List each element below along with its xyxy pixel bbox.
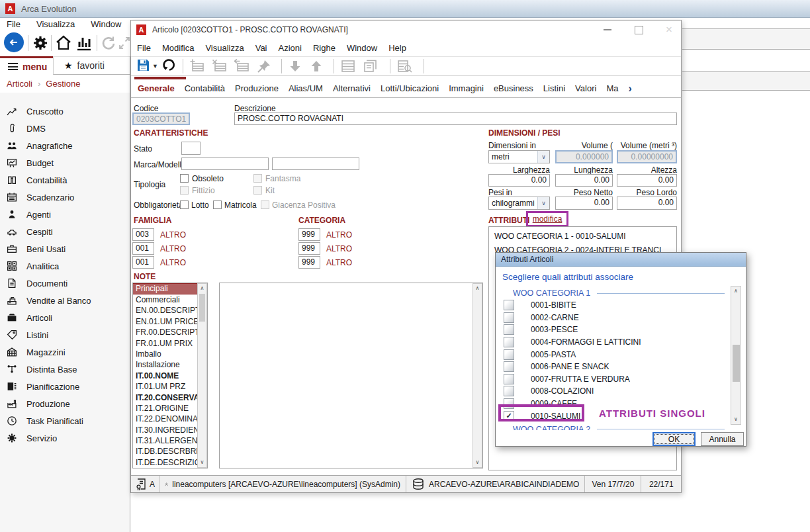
attribute-checkbox[interactable]	[504, 386, 514, 396]
marca-field[interactable]	[181, 157, 269, 170]
scroll-up-icon[interactable]: ∧	[473, 284, 482, 293]
dialog-scrollbar[interactable]: ∧ ∨	[731, 286, 741, 425]
save-button[interactable]	[136, 58, 150, 74]
sidebar-item-servizio[interactable]: Servizio	[0, 429, 130, 447]
sidebar-item-magazzini[interactable]: Magazzini	[0, 343, 130, 361]
sidebar-item-pianificazione[interactable]: Pianificazione	[0, 378, 130, 395]
sidebar-item-distinta-base[interactable]: Distinta Base	[0, 361, 130, 378]
attribute-checkbox[interactable]	[504, 398, 514, 409]
sidebar-item-dms[interactable]: DMS	[0, 120, 130, 137]
tab-alternativi[interactable]: Alternativi	[333, 83, 371, 93]
sidebar-item-documenti[interactable]: Documenti	[0, 275, 130, 292]
save-dropdown[interactable]: ▼	[152, 63, 158, 69]
sidebar-item-contabilita[interactable]: Contabilità	[0, 171, 130, 189]
note-item[interactable]: IT.22.DENOMINAZ	[133, 414, 198, 424]
pesi-unit-select[interactable]: chilogrammi ∨	[488, 197, 550, 210]
scroll-down-icon[interactable]: ∨	[473, 458, 482, 467]
peso-lordo-field[interactable]: 0.00	[617, 197, 677, 210]
menu-righe[interactable]: Righe	[313, 43, 336, 53]
sidebar-item-cruscotto[interactable]: Cruscotto	[0, 103, 130, 120]
famiglia-code-field[interactable]: 001	[132, 256, 154, 269]
scroll-down-icon[interactable]: ∨	[731, 415, 741, 424]
sidebar-item-agenti[interactable]: Agenti	[0, 206, 130, 223]
tab-lotti-ubicazioni[interactable]: Lotti/Ubicazioni	[381, 83, 439, 93]
back-button[interactable]	[4, 32, 24, 52]
menu-window[interactable]: Window	[347, 43, 377, 53]
scroll-up-icon[interactable]: ∧	[731, 287, 741, 296]
famiglia-code-field[interactable]: 001	[132, 242, 154, 255]
attribute-checkbox[interactable]	[504, 337, 514, 347]
tab-immagini[interactable]: Immagini	[449, 83, 484, 93]
sidebar-item-vendite-al-banco[interactable]: Vendite al Banco	[0, 292, 130, 309]
note-list-scrollbar[interactable]: ∧ ∨	[197, 283, 207, 468]
note-item[interactable]: FR.00.DESCRIPT	[133, 327, 198, 337]
note-item[interactable]: IT.30.INGREDIEN	[133, 425, 198, 435]
undo-button[interactable]	[162, 58, 177, 74]
menu-vai[interactable]: Vai	[255, 43, 267, 53]
note-textarea[interactable]: ∧ ∨	[219, 283, 483, 468]
attribute-checkbox-checked[interactable]: ✓	[504, 411, 514, 421]
annulla-button[interactable]: Annulla	[701, 432, 744, 446]
maximize-button[interactable]	[629, 21, 649, 39]
menu-help[interactable]: Help	[388, 43, 406, 53]
sidebar-item-listini[interactable]: Listini	[0, 326, 130, 343]
scroll-up-icon[interactable]: ∧	[198, 284, 206, 293]
note-item[interactable]: IT.31.ALLERGENI	[133, 435, 198, 446]
attribute-row[interactable]: 0008-COLAZIONI	[496, 385, 729, 398]
sidebar-item-articoli[interactable]: Articoli	[0, 309, 130, 326]
attribute-checkbox[interactable]	[504, 361, 514, 372]
sidebar-item-anagrafiche[interactable]: Anagrafiche	[0, 137, 130, 154]
scroll-down-icon[interactable]: ∨	[198, 458, 206, 467]
peso-netto-field[interactable]: 0.00	[555, 197, 613, 210]
note-item[interactable]: IT.20.CONSERVAZ	[133, 392, 198, 403]
attribute-row[interactable]: 0003-PESCE	[496, 324, 729, 336]
attributi-item[interactable]: WOO CATEGORIA 1 - 0010-SALUMI	[494, 230, 676, 244]
tab-ebusiness[interactable]: eBusiness	[494, 83, 533, 93]
attribute-checkbox[interactable]	[504, 349, 514, 360]
attribute-checkbox[interactable]	[504, 324, 514, 335]
tab-valori[interactable]: Valori	[575, 83, 596, 93]
nav-tab-menu[interactable]: menu	[0, 56, 53, 75]
attribute-checkbox[interactable]	[504, 374, 514, 384]
dashboard-button[interactable]	[75, 34, 93, 52]
sidebar-item-budget[interactable]: Budget	[0, 154, 130, 171]
tabs-overflow-icon[interactable]: ›	[628, 83, 631, 95]
note-item[interactable]: Installazione	[133, 359, 198, 370]
attribute-row[interactable]: 0004-FORMAGGI E LATTICINI	[496, 336, 729, 349]
note-item[interactable]: FR.01.UM PRIX	[133, 338, 198, 349]
breadcrumb-gestione[interactable]: Gestione	[46, 79, 80, 89]
categoria-code-field[interactable]: 999	[298, 228, 320, 241]
note-item[interactable]: IT.21.ORIGINE	[133, 403, 198, 414]
note-text-scrollbar[interactable]: ∧ ∨	[472, 283, 482, 468]
nav-tab-favoriti[interactable]: ★ favoriti	[53, 56, 130, 75]
home-button[interactable]	[56, 34, 71, 52]
scroll-thumb[interactable]	[199, 294, 205, 322]
altezza-field[interactable]: 0.00	[617, 174, 677, 187]
modifica-link[interactable]: modifica	[533, 214, 562, 224]
note-item[interactable]: EN.01.UM PRICE	[133, 316, 198, 327]
attribute-row[interactable]: 0005-PASTA	[496, 348, 729, 361]
settings-button[interactable]	[32, 34, 49, 52]
app-menu-file[interactable]: File	[7, 19, 21, 29]
note-item[interactable]: Principali	[133, 283, 198, 294]
stato-field[interactable]	[181, 142, 201, 155]
scroll-thumb[interactable]	[733, 345, 740, 382]
sidebar-item-task-pianificati[interactable]: Task Pianificati	[0, 412, 130, 429]
note-item[interactable]: Commerciali	[133, 294, 198, 305]
tab-magazzino-truncated[interactable]: Ma	[606, 83, 618, 93]
sidebar-item-beni-usati[interactable]: Beni Usati	[0, 240, 130, 257]
larghezza-field[interactable]: 0.00	[488, 174, 550, 187]
attribute-row[interactable]: 0006-PANE E SNACK	[496, 361, 729, 373]
note-item[interactable]: IT.DE.DESCRIZIO	[133, 457, 198, 468]
note-item[interactable]: Imballo	[133, 349, 198, 359]
note-item[interactable]: IT.01.UM PRZ	[133, 381, 198, 392]
attribute-row[interactable]: 0002-CARNE	[496, 312, 729, 324]
sidebar-item-cespiti[interactable]: Cespiti	[0, 223, 130, 240]
famiglia-code-field[interactable]: 003	[132, 228, 154, 241]
descrizione-field[interactable]: PROSC.COTTO ROVAGNATI	[234, 112, 677, 125]
lunghezza-field[interactable]: 0.00	[555, 174, 613, 187]
tab-listini[interactable]: Listini	[543, 83, 565, 93]
tab-produzione[interactable]: Produzione	[235, 83, 279, 93]
sidebar-item-scadenzario[interactable]: Scadenzario	[0, 189, 130, 206]
menu-azioni[interactable]: Azioni	[279, 43, 302, 53]
